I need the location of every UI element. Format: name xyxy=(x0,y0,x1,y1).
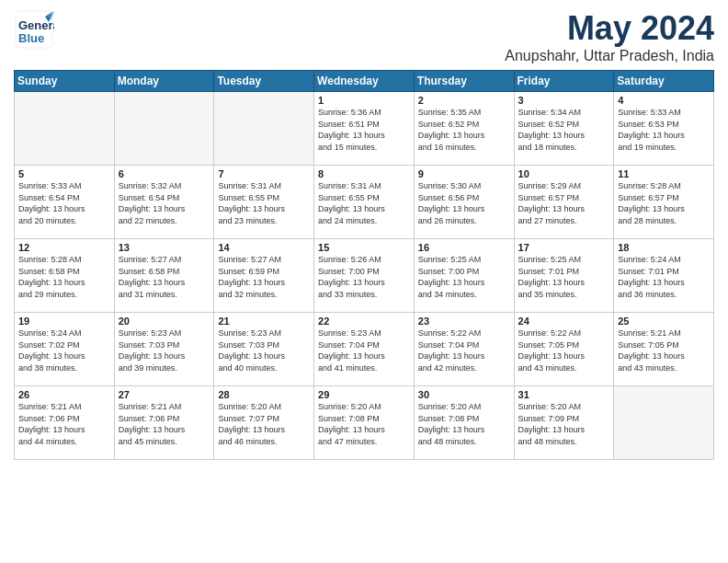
day-info: Sunrise: 5:20 AM Sunset: 7:08 PM Dayligh… xyxy=(418,401,510,447)
day-info: Sunrise: 5:28 AM Sunset: 6:58 PM Dayligh… xyxy=(18,254,110,300)
day-info: Sunrise: 5:20 AM Sunset: 7:08 PM Dayligh… xyxy=(318,401,410,447)
day-info: Sunrise: 5:27 AM Sunset: 6:58 PM Dayligh… xyxy=(119,254,210,300)
calendar-cell: 5Sunrise: 5:33 AM Sunset: 6:54 PM Daylig… xyxy=(15,166,115,239)
calendar-table: SundayMondayTuesdayWednesdayThursdayFrid… xyxy=(14,70,714,460)
title-month: May 2024 xyxy=(505,9,714,48)
day-number: 17 xyxy=(518,242,610,253)
calendar-cell: 31Sunrise: 5:20 AM Sunset: 7:09 PM Dayli… xyxy=(514,386,614,460)
day-info: Sunrise: 5:22 AM Sunset: 7:04 PM Dayligh… xyxy=(418,327,510,373)
calendar-cell: 28Sunrise: 5:20 AM Sunset: 7:07 PM Dayli… xyxy=(214,386,314,460)
calendar-cell: 20Sunrise: 5:23 AM Sunset: 7:03 PM Dayli… xyxy=(114,313,214,386)
day-number: 23 xyxy=(418,316,510,327)
day-number: 11 xyxy=(618,168,710,179)
calendar-cell: 21Sunrise: 5:23 AM Sunset: 7:03 PM Dayli… xyxy=(214,313,314,386)
calendar-cell: 17Sunrise: 5:25 AM Sunset: 7:01 PM Dayli… xyxy=(514,239,614,313)
title-block: May 2024 Anupshahr, Uttar Pradesh, India xyxy=(505,9,714,64)
calendar-cell: 22Sunrise: 5:23 AM Sunset: 7:04 PM Dayli… xyxy=(314,313,415,386)
day-info: Sunrise: 5:21 AM Sunset: 7:05 PM Dayligh… xyxy=(618,327,710,373)
day-number: 31 xyxy=(518,389,610,400)
logo-icon: General Blue xyxy=(14,9,54,50)
header: General Blue May 2024 Anupshahr, Uttar P… xyxy=(14,9,714,64)
day-number: 16 xyxy=(418,242,510,253)
day-number: 28 xyxy=(218,389,310,400)
calendar-cell: 27Sunrise: 5:21 AM Sunset: 7:06 PM Dayli… xyxy=(114,386,214,460)
day-info: Sunrise: 5:33 AM Sunset: 6:54 PM Dayligh… xyxy=(18,180,110,226)
calendar-cell: 8Sunrise: 5:31 AM Sunset: 6:55 PM Daylig… xyxy=(314,166,415,239)
logo: General Blue xyxy=(14,9,54,50)
day-number: 4 xyxy=(618,95,710,106)
day-info: Sunrise: 5:24 AM Sunset: 7:01 PM Dayligh… xyxy=(618,254,710,300)
header-row: SundayMondayTuesdayWednesdayThursdayFrid… xyxy=(15,71,714,92)
calendar-cell: 12Sunrise: 5:28 AM Sunset: 6:58 PM Dayli… xyxy=(15,239,115,313)
calendar-cell xyxy=(614,386,714,460)
day-info: Sunrise: 5:32 AM Sunset: 6:54 PM Dayligh… xyxy=(119,180,210,226)
calendar-cell: 13Sunrise: 5:27 AM Sunset: 6:58 PM Dayli… xyxy=(114,239,214,313)
calendar-cell: 6Sunrise: 5:32 AM Sunset: 6:54 PM Daylig… xyxy=(114,166,214,239)
day-info: Sunrise: 5:25 AM Sunset: 7:01 PM Dayligh… xyxy=(518,254,610,300)
calendar-cell: 9Sunrise: 5:30 AM Sunset: 6:56 PM Daylig… xyxy=(414,166,514,239)
calendar-cell: 4Sunrise: 5:33 AM Sunset: 6:53 PM Daylig… xyxy=(614,92,714,166)
day-info: Sunrise: 5:27 AM Sunset: 6:59 PM Dayligh… xyxy=(218,254,310,300)
day-info: Sunrise: 5:21 AM Sunset: 7:06 PM Dayligh… xyxy=(119,401,210,447)
dow-header: Friday xyxy=(514,71,614,92)
calendar-cell: 7Sunrise: 5:31 AM Sunset: 6:55 PM Daylig… xyxy=(214,166,314,239)
calendar-cell: 14Sunrise: 5:27 AM Sunset: 6:59 PM Dayli… xyxy=(214,239,314,313)
title-location: Anupshahr, Uttar Pradesh, India xyxy=(505,48,714,64)
calendar-cell: 24Sunrise: 5:22 AM Sunset: 7:05 PM Dayli… xyxy=(514,313,614,386)
day-number: 6 xyxy=(119,168,210,179)
calendar-cell: 26Sunrise: 5:21 AM Sunset: 7:06 PM Dayli… xyxy=(15,386,115,460)
week-row: 5Sunrise: 5:33 AM Sunset: 6:54 PM Daylig… xyxy=(15,166,714,239)
calendar-cell: 25Sunrise: 5:21 AM Sunset: 7:05 PM Dayli… xyxy=(614,313,714,386)
day-info: Sunrise: 5:20 AM Sunset: 7:07 PM Dayligh… xyxy=(218,401,310,447)
day-number: 15 xyxy=(318,242,410,253)
day-info: Sunrise: 5:20 AM Sunset: 7:09 PM Dayligh… xyxy=(518,401,610,447)
dow-header: Monday xyxy=(114,71,214,92)
day-info: Sunrise: 5:22 AM Sunset: 7:05 PM Dayligh… xyxy=(518,327,610,373)
calendar-cell: 23Sunrise: 5:22 AM Sunset: 7:04 PM Dayli… xyxy=(414,313,514,386)
week-row: 19Sunrise: 5:24 AM Sunset: 7:02 PM Dayli… xyxy=(15,313,714,386)
calendar-cell: 11Sunrise: 5:28 AM Sunset: 6:57 PM Dayli… xyxy=(614,166,714,239)
day-number: 24 xyxy=(518,316,610,327)
calendar-cell xyxy=(15,92,115,166)
dow-header: Tuesday xyxy=(214,71,314,92)
day-number: 20 xyxy=(119,316,210,327)
calendar-cell: 30Sunrise: 5:20 AM Sunset: 7:08 PM Dayli… xyxy=(414,386,514,460)
day-info: Sunrise: 5:26 AM Sunset: 7:00 PM Dayligh… xyxy=(318,254,410,300)
calendar-cell: 10Sunrise: 5:29 AM Sunset: 6:57 PM Dayli… xyxy=(514,166,614,239)
day-number: 8 xyxy=(318,168,410,179)
day-number: 25 xyxy=(618,316,710,327)
calendar-cell: 1Sunrise: 5:36 AM Sunset: 6:51 PM Daylig… xyxy=(314,92,415,166)
dow-header: Thursday xyxy=(414,71,514,92)
day-info: Sunrise: 5:31 AM Sunset: 6:55 PM Dayligh… xyxy=(318,180,410,226)
day-info: Sunrise: 5:23 AM Sunset: 7:03 PM Dayligh… xyxy=(119,327,210,373)
calendar-cell: 2Sunrise: 5:35 AM Sunset: 6:52 PM Daylig… xyxy=(414,92,514,166)
day-number: 19 xyxy=(18,316,110,327)
day-info: Sunrise: 5:28 AM Sunset: 6:57 PM Dayligh… xyxy=(618,180,710,226)
day-number: 14 xyxy=(218,242,310,253)
calendar-cell: 29Sunrise: 5:20 AM Sunset: 7:08 PM Dayli… xyxy=(314,386,415,460)
svg-text:Blue: Blue xyxy=(18,31,44,45)
dow-header: Saturday xyxy=(614,71,714,92)
day-info: Sunrise: 5:23 AM Sunset: 7:03 PM Dayligh… xyxy=(218,327,310,373)
day-number: 7 xyxy=(218,168,310,179)
day-info: Sunrise: 5:35 AM Sunset: 6:52 PM Dayligh… xyxy=(418,107,510,153)
calendar-cell: 16Sunrise: 5:25 AM Sunset: 7:00 PM Dayli… xyxy=(414,239,514,313)
week-row: 26Sunrise: 5:21 AM Sunset: 7:06 PM Dayli… xyxy=(15,386,714,460)
day-number: 9 xyxy=(418,168,510,179)
calendar-cell xyxy=(214,92,314,166)
calendar-cell: 18Sunrise: 5:24 AM Sunset: 7:01 PM Dayli… xyxy=(614,239,714,313)
dow-header: Wednesday xyxy=(314,71,415,92)
day-number: 18 xyxy=(618,242,710,253)
week-row: 12Sunrise: 5:28 AM Sunset: 6:58 PM Dayli… xyxy=(15,239,714,313)
week-row: 1Sunrise: 5:36 AM Sunset: 6:51 PM Daylig… xyxy=(15,92,714,166)
calendar-cell: 19Sunrise: 5:24 AM Sunset: 7:02 PM Dayli… xyxy=(15,313,115,386)
day-number: 26 xyxy=(18,389,110,400)
dow-header: Sunday xyxy=(15,71,115,92)
day-info: Sunrise: 5:33 AM Sunset: 6:53 PM Dayligh… xyxy=(618,107,710,153)
day-info: Sunrise: 5:23 AM Sunset: 7:04 PM Dayligh… xyxy=(318,327,410,373)
day-info: Sunrise: 5:21 AM Sunset: 7:06 PM Dayligh… xyxy=(18,401,110,447)
day-info: Sunrise: 5:25 AM Sunset: 7:00 PM Dayligh… xyxy=(418,254,510,300)
day-info: Sunrise: 5:34 AM Sunset: 6:52 PM Dayligh… xyxy=(518,107,610,153)
day-number: 29 xyxy=(318,389,410,400)
calendar-cell xyxy=(114,92,214,166)
